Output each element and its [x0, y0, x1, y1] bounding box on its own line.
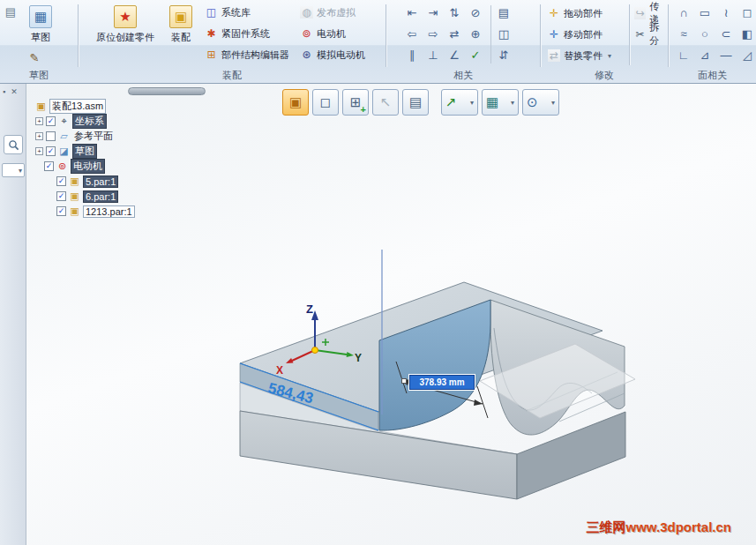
pin-icon[interactable]: ▪: [3, 87, 5, 96]
split-button[interactable]: ✂ 拆分: [634, 25, 668, 44]
move-component-button[interactable]: ✛ 移动部件: [548, 25, 603, 44]
swap-relation-icon[interactable]: ⇵: [494, 45, 513, 64]
ribbon: ▤ ▦ 草图 ✎ 草图 ★ 原位创建零件 ▣ 装配 ◫ 系统库: [0, 0, 756, 84]
face-wave-icon[interactable]: ≀: [716, 3, 736, 22]
part-icon: ▣: [69, 175, 80, 187]
checkbox-checked[interactable]: ✓: [56, 191, 66, 201]
watermark-url: www.3dportal.cn: [626, 519, 731, 534]
checkbox-unchecked[interactable]: [46, 131, 56, 141]
checkbox-checked[interactable]: ✓: [46, 146, 56, 156]
tree-item-part-1213[interactable]: ✓ ▣ 1213.par:1: [56, 204, 135, 219]
pencil-icon[interactable]: ✎: [25, 48, 44, 67]
face-region-icon[interactable]: ▭: [695, 3, 715, 22]
assemble-icon: ▣: [169, 5, 192, 28]
assemble-button[interactable]: ▣ 装配: [163, 3, 198, 66]
horizontal-scroll-thumb[interactable]: [128, 87, 206, 95]
dimension-value-box[interactable]: 378.93 mm: [409, 375, 475, 390]
plus-badge-icon: +: [361, 104, 366, 115]
show-part-button[interactable]: ▣: [282, 89, 309, 116]
viewport-toolbar: ▣ ◻ ⊞ + ↖ ▤ ↗ ▾ ▦ ▾ ⊙ ▾: [282, 88, 559, 116]
reference-plane-icon: ▱: [58, 131, 70, 142]
flush-align-icon[interactable]: ⇤: [402, 3, 422, 22]
assembly-column-2: ◍ 发布虚拟 ⊚ 电动机 ⊛ 模拟电动机: [297, 2, 368, 65]
motor-button[interactable]: ⊚ 电动机: [297, 23, 368, 44]
relation-list-icon[interactable]: ▤: [494, 3, 513, 22]
face-half-icon[interactable]: ◧: [737, 24, 756, 43]
face-box-icon[interactable]: ◻: [737, 3, 756, 22]
parallel-relation-icon[interactable]: ∥: [402, 45, 422, 64]
system-library-button[interactable]: ◫ 系统库: [202, 2, 292, 23]
add-part-button[interactable]: ⊞ +: [342, 89, 369, 116]
publish-virtual-icon: ◍: [300, 6, 313, 19]
select-cursor-button[interactable]: ↖: [372, 89, 399, 116]
part-icon: ▣: [69, 190, 80, 202]
tree-item-part-6[interactable]: ✓ ▣ 6.par:1: [56, 189, 118, 204]
face-approx-icon[interactable]: ≈: [674, 24, 693, 43]
cam-relation-icon[interactable]: ⊕: [466, 24, 485, 43]
arrow-tool-button[interactable]: ↗ ▾: [441, 89, 478, 116]
hide-part-button[interactable]: ◻: [312, 89, 339, 116]
axial-align-icon[interactable]: ⇅: [445, 3, 464, 22]
tree-item-label: 电动机: [71, 159, 105, 174]
replace-part-button[interactable]: ⇄ 替换零件 ▾: [548, 46, 611, 65]
page-icon[interactable]: ▤: [1, 2, 20, 21]
system-library-icon: ◫: [205, 6, 218, 19]
search-button[interactable]: [4, 135, 23, 154]
assembly-icon: ▣: [35, 101, 47, 112]
tree-root[interactable]: ▣ 装配13.asm: [35, 99, 106, 114]
close-icon[interactable]: ✕: [11, 87, 18, 96]
expand-icon[interactable]: +: [35, 117, 43, 125]
checkbox-checked[interactable]: ✓: [56, 176, 66, 186]
checkbox-checked[interactable]: ✓: [44, 161, 54, 171]
target-circle-button[interactable]: ⊙ ▾: [522, 89, 559, 116]
transfer-button[interactable]: ↪ 传递: [634, 4, 668, 23]
window-grid-button[interactable]: ▦ ▾: [482, 89, 519, 116]
sketch-icon: ▦: [29, 5, 52, 28]
face-icon-grid: ∩ ▭ ≀ ◻ ≈ ○ ⊂ ◧ ∟ ⊿ — ◿: [674, 3, 756, 66]
group-label-related: 相关: [386, 69, 540, 83]
face-subset-icon[interactable]: ⊂: [716, 24, 736, 43]
tangent-icon[interactable]: ⇄: [445, 24, 464, 43]
expand-icon[interactable]: +: [35, 132, 43, 140]
tree-item-motor[interactable]: ✓ ⊚ 电动机: [44, 159, 105, 174]
checkbox-checked[interactable]: ✓: [56, 206, 66, 216]
checkbox-checked[interactable]: ✓: [46, 116, 56, 126]
check-relation-icon[interactable]: ✓: [466, 45, 485, 64]
publish-virtual-button[interactable]: ◍ 发布虚拟: [297, 2, 368, 23]
fastener-system-button[interactable]: ✱ 紧固件系统: [202, 23, 292, 44]
tree-item-part-5[interactable]: ✓ ▣ 5.par:1: [56, 174, 118, 189]
tree-item-label: 6.par:1: [83, 190, 118, 203]
chevron-down-icon: ▾: [551, 99, 555, 107]
face-corner-icon[interactable]: ∟: [674, 45, 693, 64]
face-line-icon[interactable]: —: [716, 45, 736, 64]
watermark-site-name: 三维网: [587, 519, 626, 534]
angle-relation-icon[interactable]: ⇨: [423, 24, 443, 43]
dimension-handle[interactable]: [401, 378, 407, 384]
insert-relation-icon[interactable]: ⊘: [466, 3, 485, 22]
group-label-assembly: 装配: [79, 69, 385, 83]
face-curve-icon[interactable]: ∩: [674, 3, 693, 22]
create-inplace-button[interactable]: ★ 原位创建零件: [91, 3, 160, 66]
planar-align-icon[interactable]: ⇥: [423, 3, 443, 22]
chevron-down-icon: ▾: [511, 99, 514, 107]
face-circle-icon[interactable]: ○: [695, 24, 715, 43]
simulate-motor-button[interactable]: ⊛ 模拟电动机: [297, 44, 368, 65]
match-coordinate-icon[interactable]: ◫: [494, 24, 513, 43]
tree-item-reference-planes[interactable]: + ▱ 参考平面: [35, 129, 115, 144]
structure-editor-button[interactable]: ⊞ 部件结构编辑器: [202, 44, 292, 65]
connect-icon[interactable]: ⇦: [402, 24, 422, 43]
report-list-button[interactable]: ▤: [402, 89, 429, 116]
tree-item-label: 1213.par:1: [83, 205, 135, 218]
perpendicular-relation-icon[interactable]: ⊥: [423, 45, 443, 64]
expand-icon[interactable]: +: [35, 147, 43, 155]
angle-icon[interactable]: ∠: [445, 45, 464, 64]
strip-dropdown[interactable]: ▾: [2, 163, 25, 177]
face-wedge-icon[interactable]: ◿: [737, 45, 756, 64]
drag-component-button[interactable]: ✛ 拖动部件: [548, 4, 603, 23]
tree-item-sketch[interactable]: + ✓ ◪ 草图: [35, 144, 97, 159]
group-label-modify: 修改: [541, 69, 668, 83]
face-triangle-icon[interactable]: ⊿: [695, 45, 715, 64]
create-inplace-icon: ★: [114, 5, 137, 28]
report-list-icon: ▤: [409, 94, 422, 110]
tree-item-coordinate-system[interactable]: + ✓ ⌖ 坐标系: [35, 114, 107, 129]
